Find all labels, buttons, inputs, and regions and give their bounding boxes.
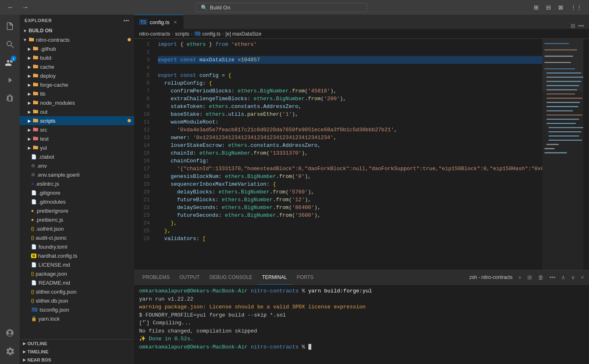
tree-item-scripts[interactable]: ▶ scripts xyxy=(20,116,134,125)
terminal-tab-problems[interactable]: PROBLEMS xyxy=(137,270,175,285)
tree-item-yarn-lock[interactable]: 🔒 yarn.lock xyxy=(20,314,134,323)
workspace-section[interactable]: ▼ BUILD ON xyxy=(20,26,134,35)
tree-item-slither-db[interactable]: {} slither.db.json xyxy=(20,296,134,305)
eslintrc-name: .eslintrc.js xyxy=(36,181,59,187)
layout-icon-4[interactable]: ⋮⋮ xyxy=(569,3,584,11)
breadcrumb-file[interactable]: TS config.ts xyxy=(194,31,220,37)
node-modules-folder-icon xyxy=(33,99,38,106)
cache-folder-icon xyxy=(33,63,38,70)
terminal-more-btn[interactable]: ••• xyxy=(548,273,557,281)
license-icon: 📄 xyxy=(31,262,37,267)
code-line-4 xyxy=(158,64,542,72)
search-input[interactable] xyxy=(210,4,362,11)
terminal-tab-terminal[interactable]: TERMINAL xyxy=(257,270,292,285)
activity-bar-extensions[interactable] xyxy=(2,90,18,106)
code-editor[interactable]: import { ethers } from 'ethers' export c… xyxy=(155,39,542,270)
code-line-18: genesisBlockNum: ethers.BigNumber.from('… xyxy=(158,173,542,180)
sidebar-header: EXPLORER ••• xyxy=(20,15,134,26)
tree-item-src[interactable]: ▶ src xyxy=(20,125,134,134)
tree-item-test[interactable]: ▶ test xyxy=(20,134,134,143)
activity-bar-files[interactable] xyxy=(2,18,18,34)
tree-item-readme[interactable]: 📄 README.md xyxy=(20,278,134,287)
terminal-down-btn[interactable]: ∨ xyxy=(569,273,577,281)
tree-item-gitignore[interactable]: 📄 .gitignore xyxy=(20,188,134,197)
scripts-name: scripts xyxy=(40,118,56,124)
term-path-1: nitro-contracts xyxy=(251,288,299,294)
tree-item-env-sample[interactable]: ⚙ .env.sample.goerli xyxy=(20,170,134,179)
tree-item-prettierrc[interactable]: ● .prettierrc.js xyxy=(20,215,134,224)
tree-item-solhint[interactable]: {} .solhint.json xyxy=(20,224,134,233)
tree-item-deploy[interactable]: ▶ deploy xyxy=(20,71,134,80)
back-button[interactable]: ← xyxy=(5,3,16,12)
deploy-folder-icon xyxy=(33,72,38,79)
terminal-close-btn[interactable]: × xyxy=(579,273,586,281)
tab-bar: TS config.ts × ⊞ ••• xyxy=(134,15,589,29)
tree-item-slither-config[interactable]: {} slither.config.json xyxy=(20,287,134,296)
breadcrumb-ts-icon: TS xyxy=(194,31,201,36)
terminal-line-5: [⠋] Compiling... xyxy=(139,319,584,327)
svg-rect-18 xyxy=(546,123,576,124)
terminal-delete-btn[interactable]: 🗑 xyxy=(536,273,545,281)
breadcrumb-scripts[interactable]: scripts xyxy=(175,31,189,37)
tree-item-license[interactable]: 📄 LICENSE.md xyxy=(20,260,134,269)
sidebar-more-btn[interactable]: ••• xyxy=(124,18,129,23)
terminal-tab-debug[interactable]: DEBUG CONSOLE xyxy=(205,270,257,285)
layout-icon-1[interactable]: ⊞ xyxy=(532,3,541,11)
activity-bar-settings[interactable] xyxy=(2,343,18,359)
tree-item-hardhat[interactable]: ⚙ hardhat.config.ts xyxy=(20,251,134,260)
tree-item-lib[interactable]: ▶ lib xyxy=(20,89,134,98)
breadcrumb-sep-3: › xyxy=(222,31,224,37)
tree-item-env[interactable]: ⚙ .env xyxy=(20,161,134,170)
tree-item-yul[interactable]: ▶ yul xyxy=(20,143,134,152)
tree-item-eslintrc[interactable]: ● .eslintrc.js xyxy=(20,179,134,188)
activity-bar-account[interactable] xyxy=(2,325,18,341)
terminal-tab-ports[interactable]: PORTS xyxy=(292,270,318,285)
tree-item-tsconfig[interactable]: TS tsconfig.json xyxy=(20,305,134,314)
tree-item-prettierignore[interactable]: ● .prettierignore xyxy=(20,206,134,215)
timeline-section[interactable]: ▶ TIMELINE xyxy=(20,348,134,356)
split-editor-icon[interactable]: ⊞ xyxy=(571,22,576,29)
outline-section[interactable]: ▶ OUTLINE xyxy=(20,339,134,348)
tree-item-cache[interactable]: ▶ cache xyxy=(20,62,134,71)
title-bar-search[interactable]: 🔍 xyxy=(196,3,367,12)
breadcrumb-symbol[interactable]: [e] maxDataSize xyxy=(225,31,261,37)
code-line-2 xyxy=(158,48,542,56)
terminal-area: PROBLEMS OUTPUT DEBUG CONSOLE TERMINAL P… xyxy=(134,270,589,364)
more-editor-icon[interactable]: ••• xyxy=(578,22,584,29)
tree-item-clabot[interactable]: 📄 .clabot xyxy=(20,152,134,161)
tree-item-out[interactable]: ▶ out xyxy=(20,107,134,116)
tree-item-package[interactable]: {} package.json xyxy=(20,269,134,278)
forward-button[interactable]: → xyxy=(20,3,31,12)
tree-item-node-modules[interactable]: ▶ node_modules xyxy=(20,98,134,107)
cache-arrow: ▶ xyxy=(28,65,31,69)
tab-config-ts[interactable]: TS config.ts × xyxy=(134,15,184,29)
activity-bar-search[interactable] xyxy=(2,36,18,52)
svg-rect-12 xyxy=(546,98,582,99)
term-prompt-1: omkarkamalapure@Omkars-MacBook-Air xyxy=(139,288,247,294)
nearbos-section[interactable]: ▶ NEAR BOS xyxy=(20,356,134,364)
tree-item-build[interactable]: ▶ build xyxy=(20,53,134,62)
tree-root-folder[interactable]: ▼ nitro-contracts xyxy=(20,35,134,44)
audit-icon: {} xyxy=(31,235,34,240)
tree-item-audit[interactable]: {} audit-ci.jsonc xyxy=(20,233,134,242)
tree-item-foundry[interactable]: 📄 foundry.toml xyxy=(20,242,134,251)
breadcrumb-project[interactable]: nitro-contracts xyxy=(139,31,170,37)
tree-item-github[interactable]: ▶ .github xyxy=(20,44,134,53)
editor-scrollbar[interactable] xyxy=(583,39,589,270)
terminal-split-btn[interactable]: ⊞ xyxy=(526,273,534,281)
terminal-add-btn[interactable]: + xyxy=(517,273,523,281)
terminal-content[interactable]: omkarkamalapure@Omkars-MacBook-Air nitro… xyxy=(134,285,589,364)
foundry-name: foundry.toml xyxy=(38,244,67,250)
tab-close-btn[interactable]: × xyxy=(172,19,178,25)
activity-bar-run[interactable] xyxy=(2,72,18,88)
layout-icon-2[interactable]: ⊟ xyxy=(544,3,553,11)
svg-rect-20 xyxy=(549,131,581,133)
terminal-up-btn[interactable]: ∧ xyxy=(560,273,567,281)
code-line-12: '0xda4e3ad5e7feacb817c21c8d0220da7650fe9… xyxy=(158,126,542,134)
layout-icon-3[interactable]: ⊠ xyxy=(556,3,565,11)
cache-name: cache xyxy=(40,64,54,70)
activity-bar-source-control[interactable]: 1 xyxy=(2,54,18,70)
tree-item-forge-cache[interactable]: ▶ forge-cache xyxy=(20,80,134,89)
tree-item-gitmodules[interactable]: 📄 .gitmodules xyxy=(20,197,134,206)
terminal-tab-output[interactable]: OUTPUT xyxy=(175,270,205,285)
